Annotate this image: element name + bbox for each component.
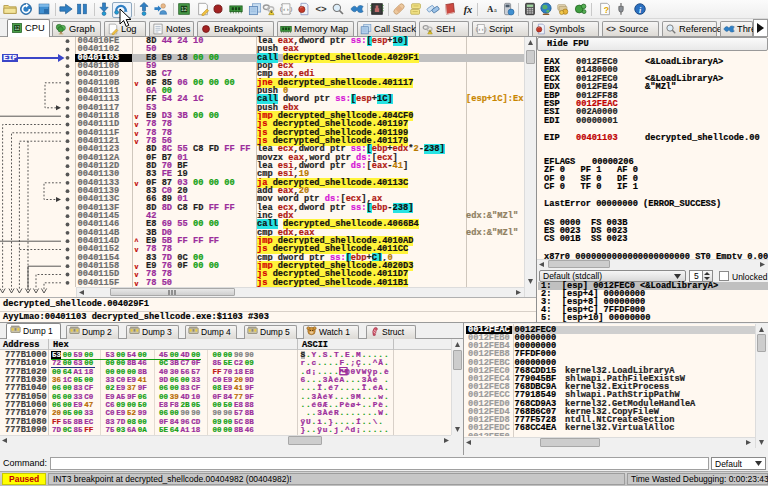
svg-text:?: ? [603, 5, 608, 15]
svg-text:12: 12 [181, 6, 187, 12]
svg-text:A: A [486, 4, 493, 14]
svg-text:<>: <> [315, 3, 327, 14]
svg-text:fx: fx [464, 4, 473, 15]
svg-text:a: a [494, 7, 497, 13]
svg-text:(‹›): (‹›) [475, 27, 487, 32]
svg-text:<>: <> [606, 25, 616, 34]
svg-text:(‹›): (‹›) [279, 6, 293, 13]
svg-text:12: 12 [14, 26, 20, 31]
